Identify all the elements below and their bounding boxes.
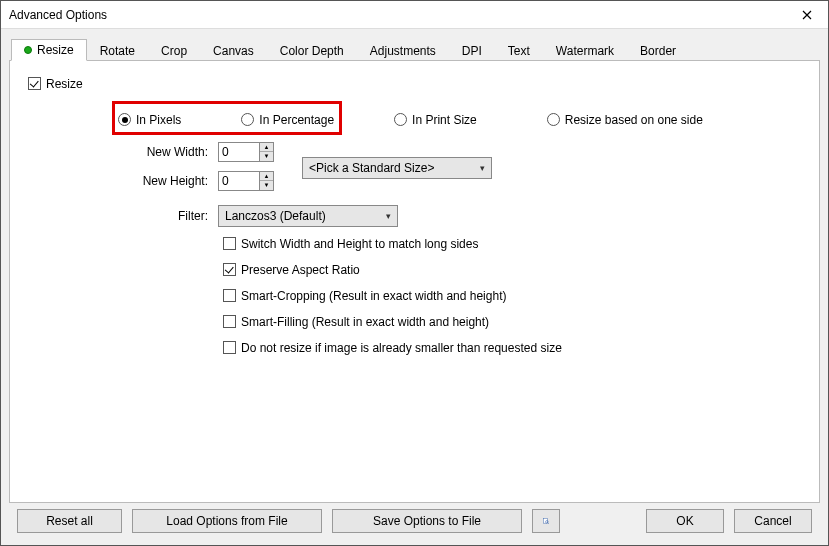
radio-box-icon	[118, 113, 131, 126]
close-icon	[802, 10, 812, 20]
checkbox-label: Smart-Cropping (Result in exact width an…	[241, 289, 506, 303]
radio-label: Resize based on one side	[565, 113, 703, 127]
checkbox-box-icon	[223, 237, 236, 250]
dialog-body: Resize Rotate Crop Canvas Color Depth Ad…	[1, 29, 828, 545]
radio-label: In Print Size	[412, 113, 477, 127]
reset-all-button[interactable]: Reset all	[17, 509, 122, 533]
button-label: Load Options from File	[166, 514, 287, 528]
filter-combo[interactable]: Lanczos3 (Default) ▾	[218, 205, 398, 227]
tab-label: Adjustments	[370, 44, 436, 58]
tab-text[interactable]: Text	[495, 40, 543, 61]
tab-color-depth[interactable]: Color Depth	[267, 40, 357, 61]
window-title: Advanced Options	[9, 8, 107, 22]
checkbox-label: Resize	[46, 77, 83, 91]
ok-button[interactable]: OK	[646, 509, 724, 533]
chevron-down-icon: ▾	[480, 163, 485, 173]
filter-label: Filter:	[98, 209, 218, 223]
new-width-row: New Width: ▲ ▼ <Pick a Standard Size> ▾	[98, 141, 801, 163]
checkbox-label: Switch Width and Height to match long si…	[241, 237, 478, 251]
new-height-input[interactable]	[218, 171, 260, 191]
new-width-spinner[interactable]: ▲ ▼	[260, 142, 274, 162]
checkbox-box-icon	[223, 315, 236, 328]
tab-border[interactable]: Border	[627, 40, 689, 61]
close-button[interactable]	[792, 4, 822, 26]
new-height-label: New Height:	[98, 174, 218, 188]
radio-in-pixels[interactable]: In Pixels	[118, 113, 181, 127]
resize-enable-checkbox[interactable]: Resize	[28, 77, 83, 91]
smart-crop-checkbox[interactable]: Smart-Cropping (Result in exact width an…	[223, 289, 801, 303]
radio-in-percentage[interactable]: In Percentage	[241, 113, 334, 127]
active-dot-icon	[24, 46, 32, 54]
magnifier-icon	[543, 514, 549, 528]
radio-box-icon	[547, 113, 560, 126]
titlebar: Advanced Options	[1, 1, 828, 29]
cancel-button[interactable]: Cancel	[734, 509, 812, 533]
tab-dpi[interactable]: DPI	[449, 40, 495, 61]
combo-value: Lanczos3 (Default)	[225, 209, 326, 223]
spinner-up-icon[interactable]: ▲	[260, 143, 273, 153]
checkbox-label: Smart-Filling (Result in exact width and…	[241, 315, 489, 329]
tab-label: Resize	[37, 43, 74, 57]
standard-size-combo[interactable]: <Pick a Standard Size> ▾	[302, 157, 492, 179]
checkbox-box-icon	[28, 77, 41, 90]
filter-row: Filter: Lanczos3 (Default) ▾	[98, 205, 801, 227]
resize-options-column: Switch Width and Height to match long si…	[223, 237, 801, 355]
tab-label: Color Depth	[280, 44, 344, 58]
smart-fill-checkbox[interactable]: Smart-Filling (Result in exact width and…	[223, 315, 801, 329]
checkbox-label: Preserve Aspect Ratio	[241, 263, 360, 277]
new-width-input[interactable]	[218, 142, 260, 162]
load-options-button[interactable]: Load Options from File	[132, 509, 322, 533]
button-label: Reset all	[46, 514, 93, 528]
radio-one-side[interactable]: Resize based on one side	[547, 113, 703, 127]
save-options-button[interactable]: Save Options to File	[332, 509, 522, 533]
chevron-down-icon: ▾	[386, 211, 391, 221]
resize-mode-radio-group: In Pixels In Percentage In Print Size Re…	[118, 113, 801, 127]
switch-wh-checkbox[interactable]: Switch Width and Height to match long si…	[223, 237, 801, 251]
window-frame: Advanced Options Resize Rotate Crop Canv…	[0, 0, 829, 546]
button-label: OK	[676, 514, 693, 528]
checkbox-box-icon	[223, 263, 236, 276]
radio-box-icon	[241, 113, 254, 126]
tab-label: Watermark	[556, 44, 614, 58]
radio-in-print-size[interactable]: In Print Size	[394, 113, 477, 127]
tab-resize[interactable]: Resize	[11, 39, 87, 61]
checkbox-box-icon	[223, 289, 236, 302]
new-width-label: New Width:	[98, 145, 218, 159]
tab-label: Text	[508, 44, 530, 58]
new-height-spinner[interactable]: ▲ ▼	[260, 171, 274, 191]
tab-label: Canvas	[213, 44, 254, 58]
tab-bar: Resize Rotate Crop Canvas Color Depth Ad…	[9, 37, 820, 61]
preserve-ar-checkbox[interactable]: Preserve Aspect Ratio	[223, 263, 801, 277]
preview-button[interactable]	[532, 509, 560, 533]
tab-label: DPI	[462, 44, 482, 58]
radio-label: In Percentage	[259, 113, 334, 127]
radio-box-icon	[394, 113, 407, 126]
tab-rotate[interactable]: Rotate	[87, 40, 148, 61]
no-enlarge-checkbox[interactable]: Do not resize if image is already smalle…	[223, 341, 801, 355]
tab-crop[interactable]: Crop	[148, 40, 200, 61]
tab-adjustments[interactable]: Adjustments	[357, 40, 449, 61]
radio-label: In Pixels	[136, 113, 181, 127]
button-label: Cancel	[754, 514, 791, 528]
tab-label: Crop	[161, 44, 187, 58]
tab-canvas[interactable]: Canvas	[200, 40, 267, 61]
tab-watermark[interactable]: Watermark	[543, 40, 627, 61]
spinner-down-icon[interactable]: ▼	[260, 152, 273, 161]
checkbox-label: Do not resize if image is already smalle…	[241, 341, 562, 355]
svg-line-2	[548, 523, 549, 524]
spinner-up-icon[interactable]: ▲	[260, 172, 273, 182]
spinner-down-icon[interactable]: ▼	[260, 181, 273, 190]
button-bar: Reset all Load Options from File Save Op…	[9, 503, 820, 539]
button-label: Save Options to File	[373, 514, 481, 528]
tab-label: Rotate	[100, 44, 135, 58]
combo-value: <Pick a Standard Size>	[309, 161, 434, 175]
tab-panel-resize: Resize In Pixels In Percentage In Print …	[9, 61, 820, 503]
tab-label: Border	[640, 44, 676, 58]
checkbox-box-icon	[223, 341, 236, 354]
